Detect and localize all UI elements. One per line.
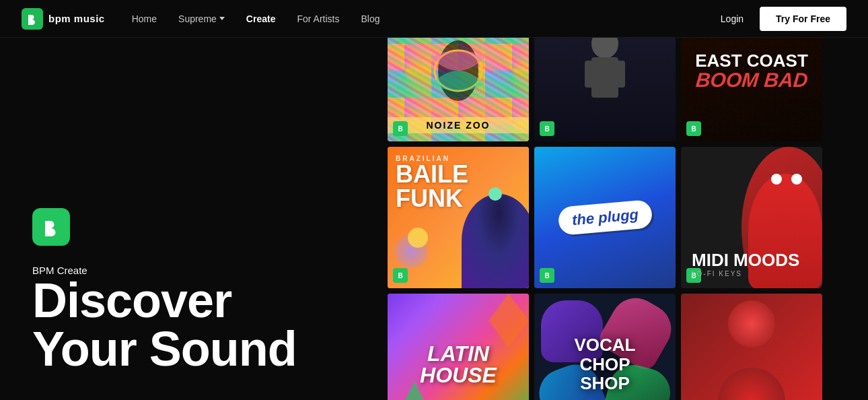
bpm-badge: B [393, 121, 408, 136]
album-card-dark[interactable]: B [534, 38, 676, 141]
album-grid-panel: NOIZE ZOO B B [377, 38, 868, 400]
album-grid: NOIZE ZOO B B [388, 38, 857, 400]
album-card-noize-zoo[interactable]: NOIZE ZOO B [388, 38, 529, 141]
nav-right: Login Try For Free [721, 7, 846, 31]
album-card-latin-house[interactable]: LATINHOUSE B Curated Pack [388, 294, 529, 400]
main-content: BPM Create Discover Your Sound [0, 38, 868, 400]
album-card-east-coast[interactable]: EAST COAST BOOM BAD B [681, 38, 822, 141]
login-button[interactable]: Login [721, 13, 744, 24]
album-card-plugg[interactable]: the plugg B [534, 147, 676, 288]
nav-blog[interactable]: Blog [361, 13, 379, 24]
nav-for-artists[interactable]: For Artists [297, 13, 339, 24]
nav-links: Home Supreme Create For Artists Blog [132, 13, 721, 24]
album-card-vocal-chop[interactable]: VOCALCHOPSHOP B Curated Pack [534, 294, 676, 400]
album-card-midi-moods[interactable]: MIDI MOODS LO-FI KEYS B [681, 147, 822, 288]
album-card-baile-funk[interactable]: BRAZILIAN BAILEFUNK B [388, 147, 529, 288]
logo-text: bpm music [48, 13, 105, 24]
album-card-mystery[interactable]: B [681, 294, 822, 400]
svg-rect-4 [585, 61, 595, 88]
navbar: bpm music Home Supreme Create For Artist… [0, 0, 868, 38]
try-free-button[interactable]: Try For Free [760, 7, 846, 31]
chevron-down-icon [219, 17, 225, 20]
bpm-badge: B [540, 121, 554, 136]
svg-rect-5 [615, 61, 625, 88]
bpm-badge: B [393, 268, 408, 283]
bpm-badge: B [686, 121, 701, 136]
nav-supreme[interactable]: Supreme [178, 13, 225, 24]
logo[interactable]: bpm music [22, 8, 105, 30]
bpm-create-logo [32, 208, 345, 246]
hero-title: Discover Your Sound [32, 276, 345, 373]
bpm-badge: B [540, 268, 554, 283]
bpm-create-icon [32, 208, 70, 246]
logo-icon [22, 8, 43, 30]
nav-create[interactable]: Create [246, 13, 276, 24]
nav-home[interactable]: Home [132, 13, 157, 24]
hero-panel: BPM Create Discover Your Sound [0, 38, 377, 400]
svg-point-2 [591, 38, 618, 59]
svg-rect-3 [591, 57, 618, 98]
